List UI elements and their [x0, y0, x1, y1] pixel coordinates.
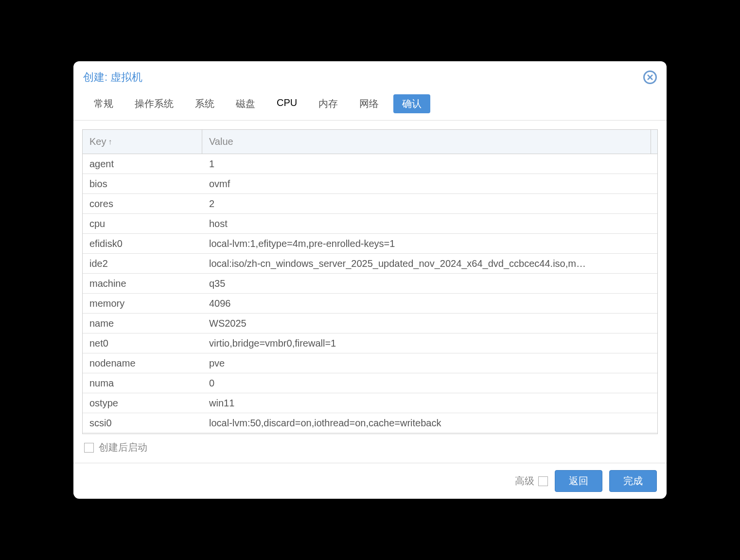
cell-key: machine	[83, 278, 202, 289]
wizard-tabs: 常规 操作系统 系统 磁盘 CPU 内存 网络 确认	[73, 89, 667, 121]
table-row[interactable]: efidisk0local-lvm:1,efitype=4m,pre-enrol…	[83, 234, 657, 254]
cell-key: memory	[83, 298, 202, 309]
tab-system[interactable]: 系统	[188, 94, 221, 113]
table-row[interactable]: cores2	[83, 194, 657, 214]
cell-key: agent	[83, 158, 202, 170]
start-after-create-checkbox[interactable]	[84, 443, 94, 453]
cell-value: 4096	[202, 298, 657, 309]
header-spacer	[651, 130, 657, 154]
cell-value: local-lvm:1,efitype=4m,pre-enrolled-keys…	[202, 238, 657, 249]
tab-network[interactable]: 网络	[352, 94, 386, 113]
below-table: 创建后启动	[82, 434, 658, 454]
table-row[interactable]: scsi0local-lvm:50,discard=on,iothread=on…	[83, 413, 657, 433]
cell-key: scsi0	[83, 418, 202, 429]
cell-value: local-lvm:50,discard=on,iothread=on,cach…	[202, 418, 657, 429]
dialog-title: 创建: 虚拟机	[83, 70, 142, 85]
start-after-create-label: 创建后启动	[99, 441, 147, 454]
tab-general[interactable]: 常规	[87, 94, 120, 113]
cell-value: 0	[202, 378, 657, 389]
column-header-key[interactable]: Key ↑	[83, 130, 202, 154]
table-row[interactable]: nameWS2025	[83, 314, 657, 333]
cell-key: cores	[83, 198, 202, 210]
cell-key: net0	[83, 338, 202, 349]
close-icon	[647, 74, 653, 81]
advanced-label: 高级	[515, 474, 534, 488]
table-row[interactable]: net0virtio,bridge=vmbr0,firewall=1	[83, 333, 657, 353]
back-button[interactable]: 返回	[555, 470, 602, 492]
cell-value: 2	[202, 198, 657, 210]
cell-key: cpu	[83, 218, 202, 229]
finish-button[interactable]: 完成	[609, 470, 657, 492]
cell-value: WS2025	[202, 318, 657, 329]
content-area: Key ↑ Value agent1biosovmfcores2cpuhoste…	[73, 121, 667, 463]
sort-asc-icon: ↑	[108, 138, 112, 146]
table-row[interactable]: agent1	[83, 154, 657, 174]
cell-value: pve	[202, 358, 657, 369]
tab-cpu[interactable]: CPU	[270, 94, 304, 113]
cell-key: bios	[83, 178, 202, 190]
table-row[interactable]: memory4096	[83, 294, 657, 314]
create-vm-dialog: 创建: 虚拟机 常规 操作系统 系统 磁盘 CPU 内存 网络 确认 Key ↑…	[73, 61, 667, 499]
tab-os[interactable]: 操作系统	[128, 94, 180, 113]
cell-key: ostype	[83, 398, 202, 409]
dialog-footer: 高级 返回 完成	[73, 463, 667, 499]
close-button[interactable]	[643, 70, 657, 84]
table-row[interactable]: ostypewin11	[83, 393, 657, 413]
table-header: Key ↑ Value	[83, 130, 657, 154]
cell-value: q35	[202, 278, 657, 289]
advanced-checkbox[interactable]	[538, 476, 548, 486]
table-row[interactable]: nodenamepve	[83, 353, 657, 373]
cell-value: ovmf	[202, 178, 657, 190]
start-after-create-group[interactable]: 创建后启动	[84, 441, 147, 454]
table-row[interactable]: cpuhost	[83, 214, 657, 234]
cell-key: name	[83, 318, 202, 329]
tab-memory[interactable]: 内存	[312, 94, 345, 113]
table-row[interactable]: ide2local:iso/zh-cn_windows_server_2025_…	[83, 254, 657, 274]
table-row[interactable]: machineq35	[83, 274, 657, 294]
cell-value: 1	[202, 158, 657, 170]
cell-key: ide2	[83, 258, 202, 269]
table-body[interactable]: agent1biosovmfcores2cpuhostefidisk0local…	[83, 154, 657, 434]
tab-confirm[interactable]: 确认	[393, 94, 430, 113]
tab-disk[interactable]: 磁盘	[229, 94, 262, 113]
column-header-key-label: Key	[89, 136, 106, 147]
table-row[interactable]: biosovmf	[83, 174, 657, 194]
cell-key: numa	[83, 378, 202, 389]
summary-table: Key ↑ Value agent1biosovmfcores2cpuhoste…	[82, 129, 658, 434]
dialog-header: 创建: 虚拟机	[73, 61, 667, 89]
cell-value: host	[202, 218, 657, 229]
advanced-group[interactable]: 高级	[515, 474, 548, 488]
column-header-value[interactable]: Value	[202, 136, 651, 147]
cell-key: efidisk0	[83, 238, 202, 249]
cell-value: virtio,bridge=vmbr0,firewall=1	[202, 338, 657, 349]
table-row[interactable]: numa0	[83, 373, 657, 393]
cell-key: nodename	[83, 358, 202, 369]
cell-value: win11	[202, 398, 657, 409]
cell-value: local:iso/zh-cn_windows_server_2025_upda…	[202, 258, 657, 269]
